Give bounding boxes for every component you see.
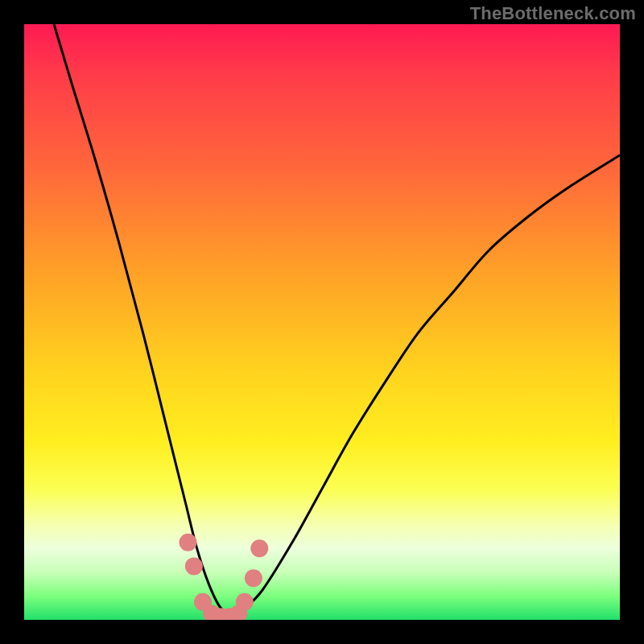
chart-frame: TheBottleneck.com (0, 0, 644, 644)
valley-dot (245, 569, 262, 587)
plot-area (24, 24, 620, 620)
watermark-text: TheBottleneck.com (470, 3, 636, 24)
valley-dot (236, 593, 254, 611)
valley-dot (250, 539, 268, 557)
bottleneck-curve (24, 24, 620, 620)
valley-dot (185, 557, 203, 575)
valley-dot (180, 534, 197, 551)
